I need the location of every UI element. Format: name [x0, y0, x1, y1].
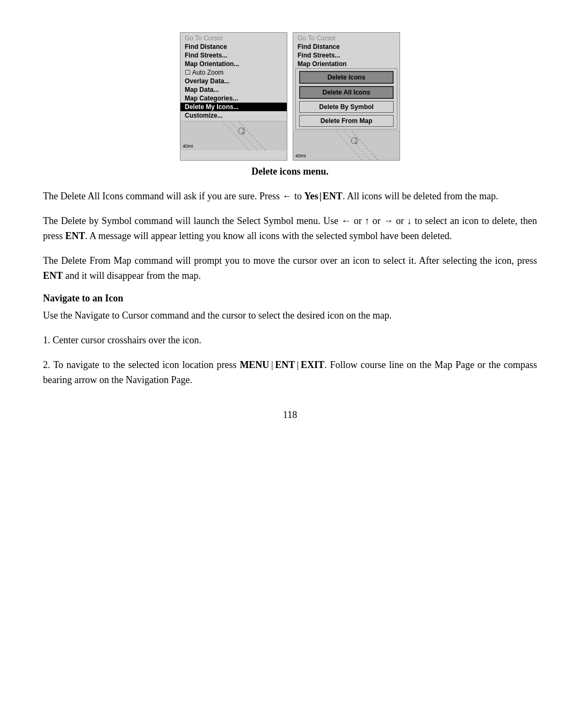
section-heading-navigate: Navigate to an Icon	[43, 293, 537, 304]
svg-text:🚶: 🚶	[240, 128, 247, 135]
submenu-title: Delete Icons	[299, 71, 394, 84]
screenshots-row: Go To Cursor Find Distance Find Streets.…	[43, 32, 537, 161]
page-content: Go To Cursor Find Distance Find Streets.…	[43, 32, 537, 421]
right-scale-label: 40mi	[295, 153, 306, 158]
menu-item-map-orientation-left: Map Orientation...	[180, 60, 287, 68]
numbered-item-1: 1. Center cursor crosshairs over the ico…	[43, 333, 537, 348]
svg-rect-0	[180, 121, 287, 150]
ent-bold-p2: ENT	[66, 230, 85, 241]
yes-ent-bold: Yes | ENT	[304, 191, 342, 201]
right-menu-items: Go To Cursor Find Distance Find Streets.…	[293, 33, 400, 131]
menu-item-find-distance-right: Find Distance	[293, 42, 400, 51]
exit-bold: EXIT	[301, 359, 324, 370]
paragraph-1: The Delete All Icons command will ask if…	[43, 189, 537, 204]
menu-item-go-to-cursor-right: Go To Cursor	[293, 34, 400, 42]
menu-item-go-to-cursor-left: Go To Cursor	[180, 34, 287, 42]
figure-caption: Delete icons menu.	[43, 166, 537, 177]
submenu-delete-all-icons: Delete All Icons	[299, 86, 394, 99]
left-menu-items: Go To Cursor Find Distance Find Streets.…	[180, 33, 287, 121]
right-menu-panel: Go To Cursor Find Distance Find Streets.…	[293, 32, 400, 161]
left-map-thumbnail: 🚶 40mi	[180, 121, 287, 150]
ent-bold-p3: ENT	[43, 270, 63, 281]
menu-item-customize-left: Customize...	[180, 111, 287, 120]
menu-bold: MENU	[240, 359, 269, 370]
svg-text:🚶: 🚶	[353, 138, 360, 145]
left-menu-panel: Go To Cursor Find Distance Find Streets.…	[180, 32, 287, 161]
numbered-item-2: 2. To navigate to the selected icon loca…	[43, 358, 537, 388]
menu-item-map-data-left: Map Data...	[180, 85, 287, 94]
menu-item-overlay-data-left: Overlay Data...	[180, 77, 287, 85]
svg-rect-6	[293, 131, 400, 160]
right-map-thumbnail: 🚶 40mi	[293, 131, 400, 160]
menu-item-find-streets-right: Find Streets...	[293, 51, 400, 60]
menu-item-map-categories-left: Map Categories...	[180, 94, 287, 103]
menu-item-delete-my-icons-left: Delete My Icons...	[180, 103, 287, 111]
menu-item-find-distance-left: Find Distance	[180, 42, 287, 51]
paragraph-4: Use the Navigate to Cursor command and t…	[43, 308, 537, 323]
menu-item-auto-zoom-left: ☐ Auto Zoom	[180, 68, 287, 77]
submenu-delete-by-symbol: Delete By Symbol	[299, 101, 394, 113]
page-number: 118	[43, 409, 537, 421]
paragraph-3: The Delete From Map command will prompt …	[43, 254, 537, 284]
ent-bold-item2: ENT	[275, 359, 295, 370]
menu-item-map-orientation-right: Map Orientation	[293, 60, 400, 68]
paragraph-2: The Delete by Symbol command will launch…	[43, 214, 537, 244]
submenu-delete-from-map: Delete From Map	[299, 115, 394, 127]
delete-icons-submenu: Delete Icons Delete All Icons Delete By …	[295, 68, 397, 129]
left-scale-label: 40mi	[183, 143, 193, 149]
menu-item-find-streets-left: Find Streets...	[180, 51, 287, 60]
